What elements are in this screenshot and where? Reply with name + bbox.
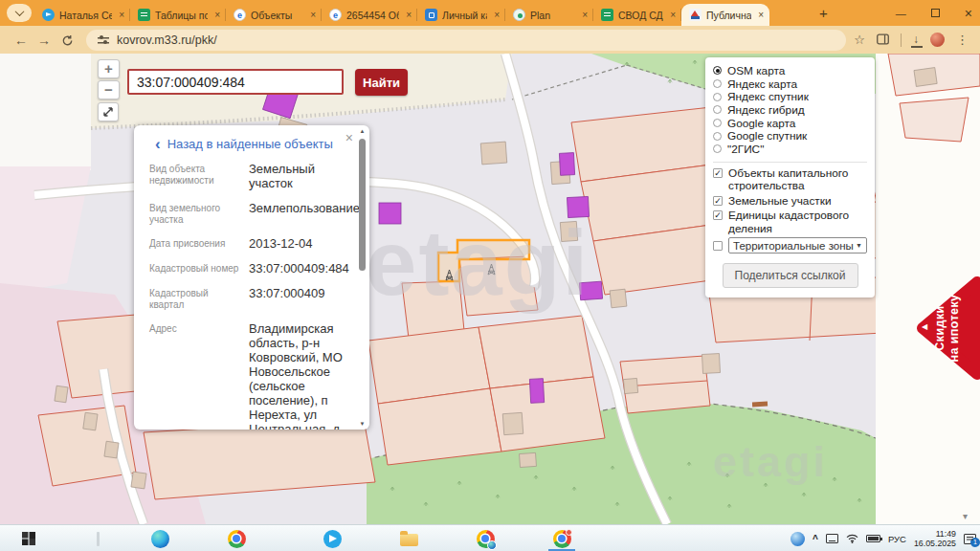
e-favicon-icon: е [329,9,342,21]
share-link-button[interactable]: Поделиться ссылкой [723,263,858,288]
window-minimize-button[interactable]: — [896,8,906,19]
radio-icon [713,144,722,153]
layer-option-google-sat[interactable]: Google спутник [713,129,867,143]
taskbar-chrome-active-button[interactable] [550,528,573,549]
tray-display-icon[interactable] [826,534,838,543]
layer-option-yandex-hybrid[interactable]: Яндекс гибрид [713,103,867,117]
taskbar-edge-button[interactable] [148,528,171,549]
map-attribution-chevron-icon[interactable]: ▾ [963,511,968,521]
site-info-icon[interactable] [98,35,109,45]
layer-option-osm[interactable]: OSM карта [713,64,867,77]
find-button[interactable]: Найти [355,69,408,96]
overlay-land-parcels[interactable]: ✓ Земельные участки [713,195,867,209]
tab-public-cadastral-active[interactable]: Публичная када × [681,4,769,26]
browser-menu-icon[interactable]: ⋮ [956,33,969,47]
tab-title: Личный кабинет [442,10,487,21]
layer-option-2gis[interactable]: "2ГИС" [713,143,867,156]
browser-tab-bar: Наталья Селиван × Таблицы по прос × е Об… [0,0,980,26]
zoom-out-button[interactable]: − [98,80,120,99]
chevron-down-icon [14,7,24,16]
wifi-icon[interactable] [846,534,858,543]
scroll-down-icon[interactable]: ▼ [357,421,368,427]
taskbar-explorer-button[interactable] [397,528,420,549]
language-indicator[interactable]: РУС [888,534,906,544]
tab-close-icon[interactable]: × [404,10,413,20]
tab-close-icon[interactable]: × [492,10,501,20]
zoom-in-button[interactable]: + [98,59,120,78]
radio-icon [713,79,722,88]
tab-plan[interactable]: Plan × [505,4,593,26]
overlay-cadastral-units[interactable]: ✓ Единицы кадастрового деления [713,209,867,235]
parcel-info-panel: ‹ Назад в найденные объекты Вид объекта … [134,125,369,430]
scroll-up-icon[interactable]: ▲ [357,128,368,134]
tab-tablicy[interactable]: Таблицы по прос × [130,4,226,26]
expand-icon [102,106,114,118]
back-chevron-icon: ‹ [155,139,161,150]
cabinet-favicon-icon [425,9,437,21]
scrollbar-thumb[interactable] [359,139,366,271]
tab-close-icon[interactable]: × [117,10,126,20]
tab-2654454[interactable]: е 2654454 Объект × [322,4,417,26]
ribbon-arrow-icon: ◀ [922,322,927,331]
back-to-results-link[interactable]: ‹ Назад в найденные объекты [149,137,345,151]
tray-chevron-icon[interactable]: ^ [813,534,818,544]
mortgage-discount-ribbon[interactable]: ◀ Скидки на ипотеку [911,275,980,382]
tab-obekty[interactable]: е Объекты × [226,4,322,26]
profile-avatar[interactable] [930,33,945,47]
new-tab-button[interactable]: + [813,3,834,23]
layer-option-google-map[interactable]: Google карта [713,117,867,130]
tab-close-icon[interactable]: × [308,10,318,20]
info-row: Кадастровый квартал 33:07:000409 [149,286,345,311]
taskbar-telegram-button[interactable] [321,528,344,549]
tab-close-icon[interactable]: × [580,10,590,20]
side-panel-icon[interactable] [877,32,889,49]
taskbar-chrome-profile-button[interactable] [474,528,497,549]
panel-scrollbar[interactable]: ▲ ▼ [357,128,368,427]
tab-lichny-kabinet[interactable]: Личный кабинет × [417,4,505,26]
browser-window: Наталья Селиван × Таблицы по прос × е Об… [0,0,980,551]
cadastral-search-input[interactable] [127,69,344,95]
tab-title: Публичная када [706,10,751,21]
window-maximize-button[interactable] [931,9,940,17]
info-row: Вид земельного участка Землепользование [149,201,345,226]
tab-title: Plan [530,10,575,21]
taskbar-chrome-button[interactable] [225,528,248,549]
territorial-zones-select[interactable]: Территориальные зоны ▼ [728,237,867,253]
tray-app-icon[interactable] [791,532,805,546]
bookmark-star-icon[interactable]: ☆ [854,33,865,47]
tab-close-icon[interactable]: × [212,10,222,20]
layer-option-yandex-sat[interactable]: Яндекс спутник [713,90,867,103]
overlay-territorial-zones: Территориальные зоны ▼ [713,237,867,253]
start-button[interactable] [17,528,40,549]
telegram-icon [323,530,342,548]
info-row: Адрес Владимирская область, р-н Ковровск… [149,321,345,430]
browser-toolbar: ← → kovrov.m33.ru/pkk/ ☆ ↓ ⋮ [0,26,980,54]
radio-selected-icon [713,66,722,75]
download-icon[interactable]: ↓ [913,33,919,46]
tab-close-icon[interactable]: × [668,10,678,20]
chrome-icon [228,530,246,548]
tab-search-button[interactable] [7,4,32,22]
tab-close-icon[interactable]: × [756,10,766,20]
tab-svod-sdi[interactable]: СВОД СДИ (1) (1) × [593,4,681,26]
taskbar-clock[interactable]: 11:49 16.05.2025 [914,529,956,548]
checkbox-checked-icon: ✓ [713,196,723,206]
reload-icon[interactable] [56,33,78,48]
layer-option-yandex-map[interactable]: Яндекс карта [713,77,867,91]
checkbox-unchecked-icon[interactable] [713,241,723,251]
tab-natalya[interactable]: Наталья Селиван × [34,4,130,26]
back-nav-icon[interactable]: ← [10,33,33,48]
folder-icon [400,534,418,546]
url-text: kovrov.m33.ru/pkk/ [117,33,217,47]
pkk-favicon-icon [689,9,702,21]
notification-center-icon[interactable]: 1 [964,534,976,544]
battery-icon[interactable] [866,535,880,542]
panel-close-icon[interactable]: × [345,130,353,145]
chrome-active-icon [553,530,571,548]
forward-nav-icon[interactable]: → [33,33,56,48]
window-close-button[interactable]: × [965,6,972,21]
fullscreen-button[interactable] [98,102,119,121]
chrome-edge-icon [477,530,495,548]
overlay-capital-objects[interactable]: ✓ Объекты капитального строительства [713,167,867,193]
address-bar[interactable]: kovrov.m33.ru/pkk/ [86,30,846,51]
